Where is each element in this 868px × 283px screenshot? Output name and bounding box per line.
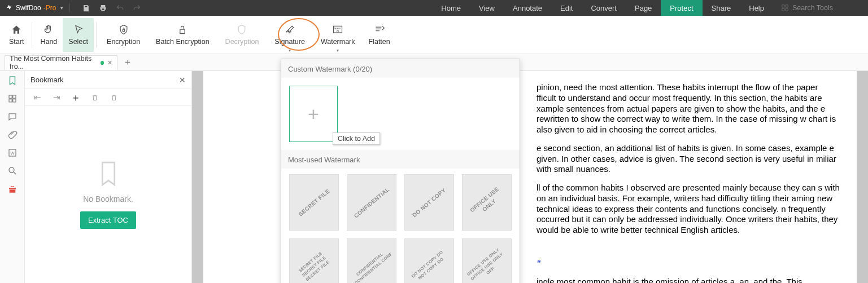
quick-access-toolbar <box>72 3 150 12</box>
watermark-preset-tiled[interactable]: DO NOT COPY DO NOT COPY DO <box>404 238 454 283</box>
watermark-dropdown-panel: Custom Watermark (0/20) + Click to Add M… <box>281 59 520 283</box>
add-bookmark-icon[interactable]: ＋ <box>71 93 80 102</box>
lock-icon <box>177 24 188 36</box>
shield-unlock-icon <box>236 24 247 36</box>
unsaved-indicator <box>101 61 104 65</box>
watermark-preset-tiled[interactable]: OFFICE USE ONLY OFFICE USE ONLY OFF <box>462 238 512 283</box>
watermark-preset[interactable]: SECRET FILE <box>289 174 339 231</box>
bookmark-panel: Bookmark ✕ ⇤ ⇥ ＋ No Bookmark. Extract TO… <box>25 71 192 283</box>
add-watermark-tile[interactable]: + Click to Add <box>289 86 338 142</box>
title-bar: SwifDoo-Pro ▼ Home View Annotate Edit Co… <box>0 0 868 16</box>
delete-bookmark-icon[interactable] <box>90 93 99 102</box>
thumbnails-rail-icon[interactable] <box>6 92 19 105</box>
main-menu: Home View Annotate Edit Convert Page Pro… <box>432 0 868 16</box>
add-tab-button[interactable]: ＋ <box>123 56 132 68</box>
ribbon-watermark[interactable]: MASK Watermark ▾ <box>313 18 363 52</box>
ribbon-select[interactable]: Select <box>63 18 94 52</box>
watermark-icon: MASK <box>332 24 343 36</box>
menu-convert[interactable]: Convert <box>582 0 626 16</box>
chevron-down-icon: ▾ <box>337 48 339 53</box>
menu-help[interactable]: Help <box>740 0 773 16</box>
save-icon[interactable] <box>81 3 90 12</box>
search-tools[interactable] <box>773 0 868 16</box>
comments-rail-icon[interactable] <box>6 110 19 123</box>
add-watermark-tooltip: Click to Add <box>333 132 380 145</box>
watermark-preset-tiled[interactable]: SECRET FILE SECRET FILE SECRET FILE <box>289 238 339 283</box>
indent-icon[interactable]: ⇥ <box>52 93 61 102</box>
gift-rail-icon[interactable] <box>6 183 19 195</box>
word-export-rail-icon[interactable]: W <box>6 147 19 159</box>
separator <box>32 22 32 48</box>
menu-edit[interactable]: Edit <box>551 0 582 16</box>
custom-watermark-header: Custom Watermark (0/20) <box>281 59 520 78</box>
ribbon-encryption[interactable]: Encryption <box>99 18 148 52</box>
extract-toc-button[interactable]: Extract TOC <box>80 211 136 229</box>
svg-text:MASK: MASK <box>334 27 341 30</box>
svg-point-5 <box>9 167 14 173</box>
print-icon[interactable] <box>98 3 107 12</box>
search-input[interactable] <box>792 4 860 12</box>
empty-message: No Bookmark. <box>83 194 133 204</box>
panel-body: No Bookmark. Extract TOC <box>25 106 191 283</box>
delete-all-icon[interactable] <box>110 93 119 102</box>
watermark-preset[interactable]: CONFIDENTIAL <box>347 174 396 231</box>
tab-title: The Most Common Habits fro... <box>10 55 97 70</box>
plus-icon: + <box>308 103 319 125</box>
svg-point-2 <box>337 30 339 32</box>
ribbon-start[interactable]: Start <box>3 18 29 52</box>
watermark-preset-tiled[interactable]: CONFIDENTIAL CONFIDENTIAL CONF <box>347 238 396 283</box>
redo-icon[interactable] <box>132 3 141 12</box>
separator <box>96 22 97 48</box>
attachments-rail-icon[interactable] <box>6 129 19 141</box>
menu-page[interactable]: Page <box>626 0 661 16</box>
flatten-icon <box>374 24 385 36</box>
panel-header: Bookmark ✕ <box>25 71 191 89</box>
menu-share[interactable]: Share <box>703 0 740 16</box>
ribbon-flatten[interactable]: Flatten <box>363 18 396 52</box>
document-tab[interactable]: The Most Common Habits fro... ✕ <box>5 55 117 70</box>
panel-title: Bookmark <box>30 76 64 84</box>
app-edition: -Pro <box>43 4 56 12</box>
signature-icon <box>284 24 295 36</box>
custom-watermark-area: + Click to Add <box>281 78 520 150</box>
ribbon-decryption: Decryption <box>217 18 267 52</box>
search-grid-icon <box>781 4 789 12</box>
menu-home[interactable]: Home <box>432 0 470 16</box>
side-rail: W <box>0 71 25 283</box>
close-tab-icon[interactable]: ✕ <box>107 59 112 67</box>
undo-icon[interactable] <box>115 3 124 12</box>
menu-protect[interactable]: Protect <box>661 0 702 16</box>
watermark-preset-grid: SECRET FILE CONFIDENTIAL DO NOT COPY OFF… <box>281 169 520 283</box>
ribbon-signature[interactable]: Signature ▾ <box>267 18 313 52</box>
menu-view[interactable]: View <box>470 0 504 16</box>
cursor-icon <box>73 24 84 36</box>
app-logo[interactable]: SwifDoo-Pro ▼ <box>0 4 67 12</box>
ribbon-hand[interactable]: Hand <box>34 18 63 52</box>
menu-annotate[interactable]: Annotate <box>504 0 551 16</box>
shield-lock-icon <box>118 24 129 36</box>
home-icon <box>11 24 22 36</box>
app-dropdown-caret[interactable]: ▼ <box>59 6 64 11</box>
separator <box>69 3 70 12</box>
ribbon-batch-encryption[interactable]: Batch Encryption <box>148 18 217 52</box>
ribbon: Start Hand Select Encryption Batch Encry… <box>0 16 868 54</box>
search-rail-icon[interactable] <box>6 165 19 177</box>
bookmark-rail-icon[interactable] <box>6 74 19 87</box>
app-name: SwifDoo <box>16 4 41 12</box>
outdent-icon[interactable]: ⇤ <box>33 93 42 102</box>
svg-text:W: W <box>10 151 15 156</box>
empty-bookmark-icon <box>98 161 119 187</box>
hand-icon <box>43 24 54 36</box>
chevron-down-icon: ▾ <box>289 48 291 53</box>
most-used-header: Most-used Watermark <box>281 150 520 169</box>
panel-toolbar: ⇤ ⇥ ＋ <box>25 89 191 106</box>
watermark-preset[interactable]: OFFICE USE ONLY <box>462 174 512 231</box>
panel-close-icon[interactable]: ✕ <box>179 76 186 85</box>
app-logo-icon <box>6 4 14 12</box>
watermark-preset[interactable]: DO NOT COPY <box>404 174 454 231</box>
